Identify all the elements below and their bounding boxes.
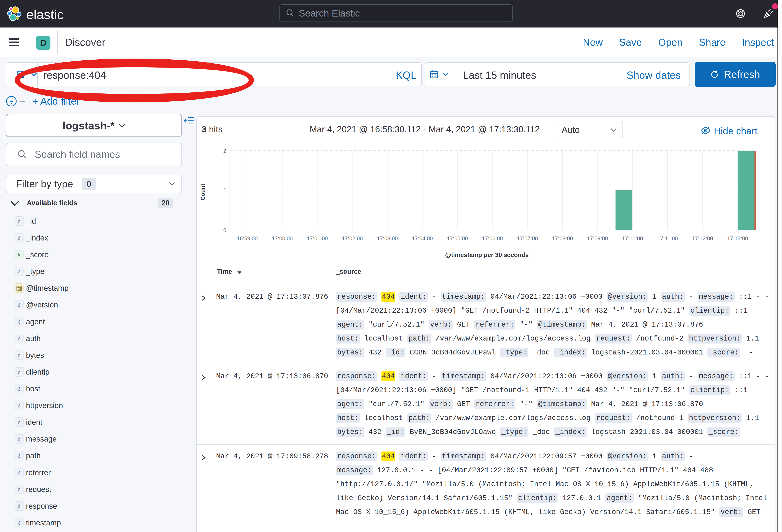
- svg-text:17:05:00: 17:05:00: [447, 235, 468, 241]
- svg-text:17:08:00: 17:08:00: [552, 235, 573, 241]
- svg-text:1: 1: [223, 187, 226, 193]
- svg-text:17:09:00: 17:09:00: [587, 235, 608, 241]
- svg-text:17:06:00: 17:06:00: [482, 235, 503, 241]
- svg-text:17:00:00: 17:00:00: [272, 235, 293, 241]
- svg-text:17:13:00: 17:13:00: [727, 235, 748, 241]
- svg-text:16:59:00: 16:59:00: [237, 235, 258, 241]
- svg-text:2: 2: [223, 148, 226, 154]
- svg-text:17:02:00: 17:02:00: [342, 235, 363, 241]
- svg-text:17:11:00: 17:11:00: [657, 235, 678, 241]
- svg-text:@timestamp per 30 seconds: @timestamp per 30 seconds: [445, 252, 529, 258]
- svg-text:17:12:00: 17:12:00: [692, 235, 713, 241]
- svg-text:17:01:00: 17:01:00: [307, 235, 328, 241]
- svg-text:17:04:00: 17:04:00: [412, 235, 433, 241]
- svg-text:0: 0: [223, 227, 226, 233]
- svg-text:17:03:00: 17:03:00: [377, 235, 398, 241]
- svg-text:17:10:00: 17:10:00: [622, 235, 643, 241]
- svg-text:17:07:00: 17:07:00: [517, 235, 538, 241]
- svg-text:Count: Count: [200, 184, 206, 200]
